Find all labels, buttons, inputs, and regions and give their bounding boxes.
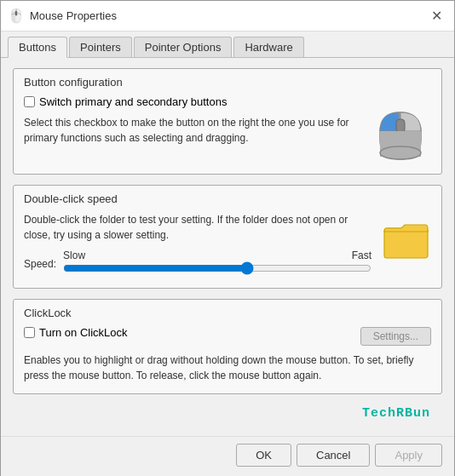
tab-pointer-options[interactable]: Pointer Options (134, 37, 233, 57)
mouse-illustration (370, 95, 431, 163)
tab-hardware[interactable]: Hardware (233, 37, 303, 57)
svg-rect-2 (396, 119, 405, 133)
double-click-desc: Double-click the folder to test your set… (24, 212, 371, 243)
clicklock-desc: Enables you to highlight or drag without… (24, 353, 431, 383)
tab-bar: Buttons Pointers Pointer Options Hardwar… (1, 32, 454, 58)
clicklock-checkbox-row: Turn on ClickLock (24, 326, 128, 339)
speed-row: Speed: Slow Fast (24, 249, 371, 278)
double-click-section: Double-click speed Double-click the fold… (13, 185, 442, 289)
speed-slider[interactable] (63, 261, 371, 275)
settings-button[interactable]: Settings... (360, 327, 431, 346)
title-bar: 🖱️ Mouse Properties ✕ (1, 1, 454, 32)
button-config-text-area: Switch primary and secondary buttons Sel… (24, 95, 361, 146)
button-config-desc: Select this checkbox to make the button … (24, 115, 361, 146)
clicklock-section: ClickLock Turn on ClickLock Settings... … (13, 299, 442, 394)
fast-label: Fast (352, 249, 371, 261)
slow-label: Slow (63, 249, 85, 261)
close-button[interactable]: ✕ (426, 6, 447, 26)
folder-svg (383, 215, 429, 261)
speed-slider-container: Slow Fast (63, 249, 371, 278)
window-icon: 🖱️ (8, 8, 25, 24)
svg-rect-5 (384, 228, 428, 258)
button-config-section: Button configuration Switch primary and … (13, 68, 442, 175)
clicklock-checkbox[interactable] (24, 327, 35, 338)
clicklock-label: Turn on ClickLock (39, 326, 128, 339)
mouse-properties-window: 🖱️ Mouse Properties ✕ Buttons Pointers P… (0, 0, 455, 476)
speed-label: Speed: (24, 258, 56, 270)
button-config-title: Button configuration (24, 76, 431, 89)
speed-ends: Slow Fast (63, 249, 371, 261)
clicklock-title: ClickLock (24, 307, 431, 319)
tab-content: Button configuration Switch primary and … (1, 58, 454, 436)
folder-icon (380, 212, 431, 263)
double-click-row: Double-click the folder to test your set… (24, 212, 431, 278)
svg-rect-4 (380, 146, 421, 159)
title-bar-left: 🖱️ Mouse Properties (8, 8, 117, 24)
mouse-svg (370, 95, 431, 163)
double-click-text-area: Double-click the folder to test your set… (24, 212, 371, 278)
button-config-row: Switch primary and secondary buttons Sel… (24, 95, 431, 163)
cancel-button[interactable]: Cancel (297, 444, 370, 467)
window-title: Mouse Properties (30, 9, 117, 22)
watermark: TechRBun (13, 404, 442, 426)
double-click-title: Double-click speed (24, 192, 431, 205)
apply-button[interactable]: Apply (375, 444, 442, 467)
switch-buttons-label: Switch primary and secondary buttons (39, 95, 227, 108)
tab-pointers[interactable]: Pointers (69, 37, 132, 57)
bottom-bar: OK Cancel Apply (1, 436, 454, 476)
switch-buttons-row: Switch primary and secondary buttons (24, 95, 361, 108)
tab-buttons[interactable]: Buttons (8, 37, 67, 58)
switch-buttons-checkbox[interactable] (24, 96, 35, 107)
clicklock-row: Turn on ClickLock Settings... (24, 326, 431, 346)
ok-button[interactable]: OK (236, 444, 291, 467)
